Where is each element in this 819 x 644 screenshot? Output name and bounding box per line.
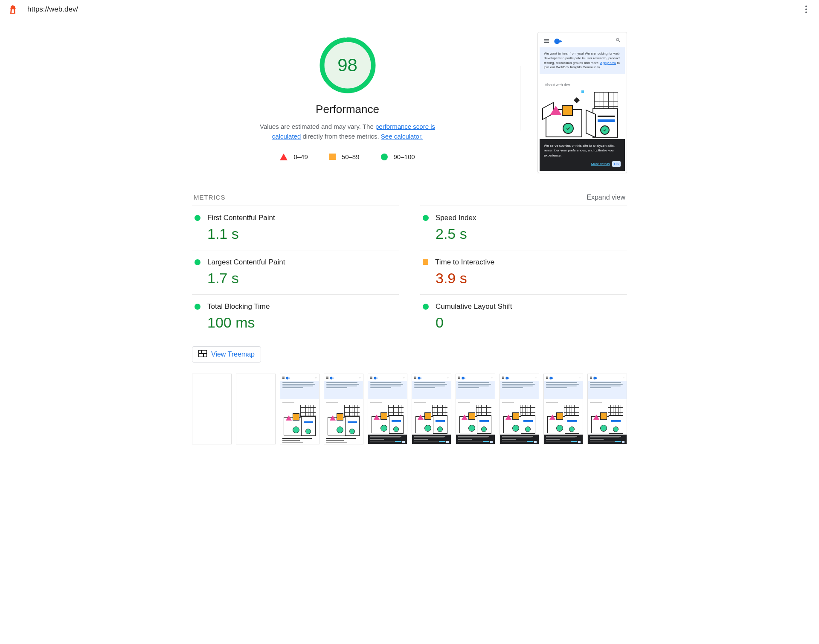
preview-about-label: About web.dev bbox=[540, 74, 625, 90]
filmstrip-frame[interactable]: ⬤▸⌕ bbox=[500, 374, 539, 444]
metric-value: 1.1 s bbox=[207, 226, 396, 242]
hamburger-icon bbox=[544, 39, 549, 43]
metric-value: 100 ms bbox=[207, 314, 396, 331]
average-icon bbox=[329, 154, 336, 160]
metric-value: 0 bbox=[436, 314, 624, 331]
filmstrip-frame[interactable]: ⬤▸⌕ bbox=[412, 374, 451, 444]
filmstrip-frame[interactable] bbox=[236, 374, 276, 444]
filmstrip-frame[interactable] bbox=[192, 374, 232, 444]
metric-value: 3.9 s bbox=[436, 270, 624, 287]
more-menu-button[interactable] bbox=[801, 4, 811, 15]
metric-name: Time to Interactive bbox=[435, 258, 494, 267]
page-screenshot: ⬤▸ We want to hear from you! We are look… bbox=[537, 32, 627, 173]
pass-icon bbox=[195, 304, 200, 310]
filmstrip-frame[interactable]: ⬤▸⌕ bbox=[587, 374, 627, 444]
metric-value: 1.7 s bbox=[207, 270, 396, 287]
filmstrip-frame[interactable]: ⬤▸⌕ bbox=[368, 374, 407, 444]
pass-icon bbox=[195, 259, 200, 265]
metric-name: Cumulative Layout Shift bbox=[436, 302, 512, 311]
metric-largest-contentful-paint[interactable]: Largest Contentful Paint1.7 s bbox=[192, 250, 399, 294]
fail-icon bbox=[280, 154, 288, 160]
view-treemap-button[interactable]: View Treemap bbox=[192, 346, 261, 363]
lighthouse-icon bbox=[8, 4, 18, 15]
logo-icon: ⬤▸ bbox=[554, 38, 562, 44]
see-calculator-link[interactable]: See calculator. bbox=[381, 133, 423, 140]
metric-cumulative-layout-shift[interactable]: Cumulative Layout Shift0 bbox=[420, 294, 627, 339]
filmstrip-frame[interactable]: ⬤▸⌕ bbox=[324, 374, 363, 444]
metrics-grid: First Contentful Paint1.1 sSpeed Index2.… bbox=[192, 206, 627, 339]
score-gauge: 98 bbox=[318, 35, 378, 95]
expand-view-toggle[interactable]: Expand view bbox=[587, 194, 625, 201]
filmstrip-frame[interactable]: ⬤▸⌕ bbox=[280, 374, 319, 444]
metric-name: Speed Index bbox=[436, 214, 476, 222]
average-icon bbox=[423, 259, 428, 265]
metric-value: 2.5 s bbox=[436, 226, 624, 242]
filmstrip-frame[interactable]: ⬤▸⌕ bbox=[456, 374, 495, 444]
filmstrip-frame[interactable]: ⬤▸⌕ bbox=[543, 374, 583, 444]
metrics-section-title: METRICS bbox=[194, 194, 226, 201]
category-title: Performance bbox=[316, 103, 379, 116]
preview-banner: We want to hear from you! We are looking… bbox=[540, 47, 625, 74]
category-description: Values are estimated and may vary. The p… bbox=[250, 122, 446, 141]
pass-icon bbox=[381, 154, 388, 160]
metric-name: First Contentful Paint bbox=[207, 214, 275, 222]
pass-icon bbox=[195, 215, 200, 221]
metric-total-blocking-time[interactable]: Total Blocking Time100 ms bbox=[192, 294, 399, 339]
cookie-more-link: More details bbox=[591, 162, 610, 166]
score-value: 98 bbox=[318, 35, 378, 95]
metric-name: Largest Contentful Paint bbox=[207, 258, 285, 267]
search-icon bbox=[616, 38, 621, 44]
filmstrip: ⬤▸⌕⬤▸⌕⬤▸⌕⬤▸⌕⬤▸⌕⬤▸⌕⬤▸⌕⬤▸⌕ bbox=[192, 374, 627, 444]
metric-time-to-interactive[interactable]: Time to Interactive3.9 s bbox=[420, 250, 627, 294]
report-content: 98 Performance Values are estimated and … bbox=[192, 19, 627, 461]
metric-name: Total Blocking Time bbox=[207, 302, 270, 311]
topbar: https://web.dev/ bbox=[0, 0, 819, 19]
preview-cookie-banner: We serve cookies on this site to analyze… bbox=[540, 139, 625, 171]
metric-speed-index[interactable]: Speed Index2.5 s bbox=[420, 206, 627, 250]
metric-first-contentful-paint[interactable]: First Contentful Paint1.1 s bbox=[192, 206, 399, 250]
treemap-icon bbox=[198, 350, 207, 359]
cookie-ok-button: OK bbox=[612, 161, 621, 167]
preview-illustration bbox=[544, 92, 621, 139]
pass-icon bbox=[423, 215, 429, 221]
page-url: https://web.dev/ bbox=[27, 5, 801, 14]
score-legend: 0–49 50–89 90–100 bbox=[280, 153, 415, 160]
pass-icon bbox=[423, 304, 429, 310]
